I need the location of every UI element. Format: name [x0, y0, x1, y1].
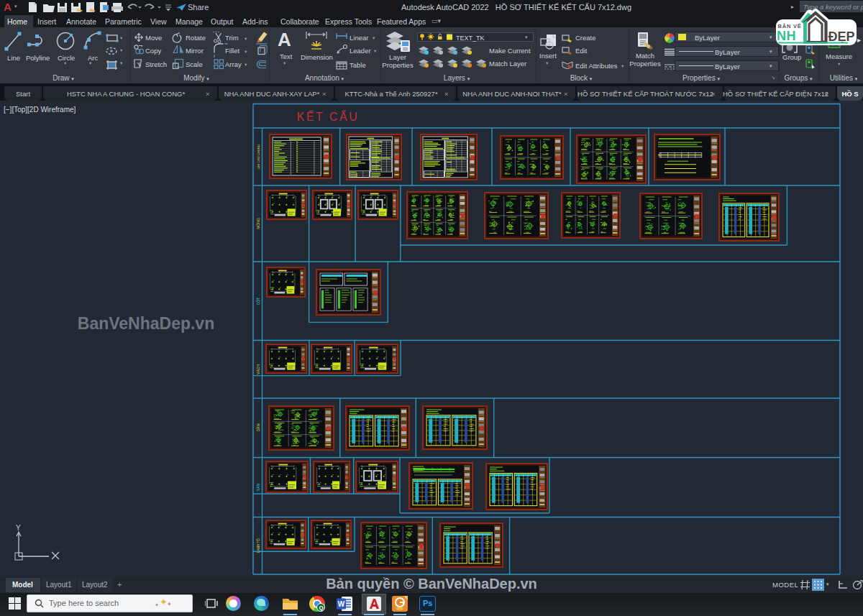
svg-text:BanVeNhaDep.vn: BanVeNhaDep.vn [78, 314, 214, 333]
svg-text:MÓNG: MÓNG [256, 218, 260, 229]
svg-text:ĐẸP: ĐẸP [828, 29, 855, 44]
svg-text:W: W [338, 600, 345, 608]
svg-text:SÀN: SÀN [256, 483, 260, 491]
svg-text:[−][Top][2D Wireframe]: [−][Top][2D Wireframe] [4, 106, 76, 114]
svg-text:Y: Y [16, 524, 21, 532]
svg-text:PDF: PDF [397, 607, 403, 611]
svg-text:VÁCH: VÁCH [256, 364, 260, 374]
svg-text:NH: NH [777, 29, 796, 43]
svg-text:CỘT: CỘT [256, 298, 260, 305]
svg-text:GHI CHÚ CHUNG: GHI CHÚ CHUNG [257, 144, 260, 169]
svg-text:LANH TÔ: LANH TÔ [256, 538, 260, 553]
svg-text:KẾT CẤU: KẾT CẤU [297, 110, 360, 123]
svg-text:DẦM: DẦM [256, 423, 260, 431]
